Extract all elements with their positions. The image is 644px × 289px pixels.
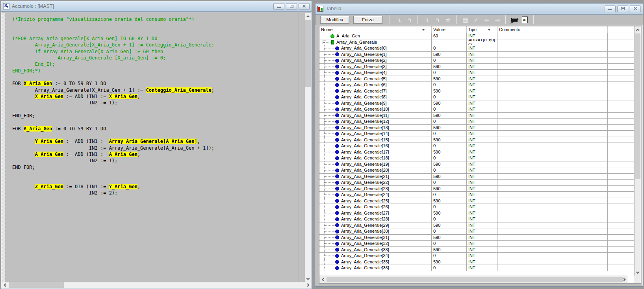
table-row[interactable]: Array_Aria_Generale[25]590INT <box>319 198 634 204</box>
comment-cell[interactable] <box>497 210 608 216</box>
comment-cell[interactable] <box>497 52 608 57</box>
comment-cell[interactable] <box>497 143 608 149</box>
value-cell[interactable]: 590 <box>432 210 467 216</box>
force-to-0-icon[interactable]: ↴ <box>394 15 403 24</box>
comment-cell[interactable] <box>497 45 608 51</box>
table-row[interactable]: Array_Aria_Generale[19]590INT <box>319 161 634 168</box>
value-cell[interactable]: 590 <box>432 259 467 265</box>
value-cell[interactable]: 0 <box>432 94 467 100</box>
comment-cell[interactable] <box>497 161 608 167</box>
table-row[interactable]: Array_Aria_Generale[31]590INT <box>319 235 634 241</box>
comment-cell[interactable] <box>497 149 608 155</box>
value-cell[interactable]: 590 <box>432 222 467 228</box>
scroll-left-button[interactable] <box>319 276 326 283</box>
comment-cell[interactable] <box>497 39 608 45</box>
set-to-1-icon[interactable]: ↰ <box>432 15 442 24</box>
table-row[interactable]: Array_Aria_Generale[22]0INT <box>319 180 634 186</box>
table-row[interactable]: Array_Aria_Generale[35]590INT <box>319 259 634 265</box>
table-row[interactable]: Array_Aria_Generale[21]590INT <box>319 174 634 180</box>
vertical-scroll-thumb[interactable] <box>635 33 640 179</box>
value-cell[interactable]: 0 <box>432 253 467 259</box>
table-vertical-scrollbar[interactable] <box>634 26 641 276</box>
comment-cell[interactable] <box>497 192 608 198</box>
editor-vertical-scrollbar[interactable] <box>305 13 311 282</box>
goto-last-icon[interactable]: ⇥ <box>492 15 501 24</box>
table-row[interactable]: Array_Aria_Generale[23]590INT <box>319 186 634 192</box>
comment-cell[interactable] <box>497 265 608 271</box>
vertical-scroll-thumb[interactable] <box>305 20 311 87</box>
table-row[interactable]: Array_Aria_Generale[34]0INT <box>319 253 634 259</box>
table-row[interactable]: Array_Aria_Generale[10]0INT <box>319 106 634 113</box>
value-cell[interactable]: 0 <box>432 216 467 222</box>
value-cell[interactable]: 0 <box>432 57 467 63</box>
table-row[interactable]: Array_Aria_Generale[29]590INT <box>319 222 634 229</box>
value-cell[interactable]: 590 <box>432 52 467 57</box>
table-row[interactable]: Array_Aria_Generale[30]0INT <box>319 228 634 235</box>
table-row[interactable]: Array_Aria_Generale[6]0INT <box>319 82 634 88</box>
value-cell[interactable]: 590 <box>432 64 467 70</box>
table-row[interactable]: A_Aria_Gen60INT <box>319 33 634 39</box>
table-row[interactable]: Array_Aria_GeneraleARRAY[0..60] O... <box>319 39 634 46</box>
comment-cell[interactable] <box>497 113 608 119</box>
value-cell[interactable]: 0 <box>432 155 467 161</box>
comment-cell[interactable] <box>497 125 608 131</box>
comment-cell[interactable] <box>497 155 608 161</box>
horizontal-scroll-thumb[interactable] <box>9 282 64 288</box>
comment-cell[interactable] <box>497 186 608 192</box>
table-row[interactable]: Array_Aria_Generale[2]0INT <box>319 57 634 64</box>
table-row[interactable]: Array_Aria_Generale[18]0INT <box>319 155 634 161</box>
value-cell[interactable]: 60 <box>432 33 467 39</box>
column-header-commento[interactable]: Commento <box>497 26 608 33</box>
editor-window-titlebar[interactable]: ST Accumolo : [MAST] ✕ <box>1 1 312 12</box>
value-cell[interactable]: 590 <box>432 198 467 204</box>
value-cell[interactable]: 590 <box>432 125 467 131</box>
column-header-nome[interactable]: Nome <box>319 26 432 33</box>
display-mode-icon[interactable] <box>510 15 519 24</box>
column-header-tipo[interactable]: Tipo <box>467 26 497 33</box>
table-row[interactable]: Array_Aria_Generale[1]590INT <box>319 52 634 58</box>
scroll-up-button[interactable] <box>635 26 641 33</box>
table-row[interactable]: Array_Aria_Generale[20]0INT <box>319 167 634 174</box>
maximize-button[interactable] <box>617 6 628 12</box>
value-cell[interactable]: 590 <box>432 137 467 143</box>
value-cell[interactable]: 0 <box>432 82 467 88</box>
table-row[interactable]: Array_Aria_Generale[36]0INT <box>319 265 634 271</box>
comment-cell[interactable] <box>497 204 608 210</box>
minimize-button[interactable] <box>273 3 284 10</box>
table-row[interactable]: Array_Aria_Generale[3]590INT <box>319 64 634 70</box>
comment-cell[interactable] <box>497 198 608 204</box>
table-row[interactable]: Array_Aria_Generale[12]0INT <box>319 119 634 125</box>
maximize-button[interactable] <box>286 3 297 10</box>
comment-cell[interactable] <box>497 106 608 112</box>
comment-cell[interactable] <box>497 216 608 222</box>
value-cell[interactable]: 0 <box>432 241 467 246</box>
value-cell[interactable]: 0 <box>432 70 467 76</box>
table-row[interactable]: Array_Aria_Generale[9]590INT <box>319 100 634 107</box>
comment-cell[interactable] <box>497 259 608 265</box>
comment-cell[interactable] <box>497 64 608 70</box>
value-cell[interactable]: 0 <box>432 45 467 51</box>
minimize-button[interactable] <box>605 6 616 12</box>
value-cell[interactable]: 0 <box>432 204 467 210</box>
table-row[interactable]: Array_Aria_Generale[0]0INT <box>319 45 634 52</box>
value-cell[interactable]: 590 <box>432 149 467 155</box>
toggle-value-icon[interactable]: ⇄ <box>443 15 452 24</box>
value-cell[interactable]: 590 <box>432 186 467 192</box>
value-cell[interactable]: 0 <box>432 228 467 234</box>
table-window-titlebar[interactable]: Tabella ✕ <box>316 4 643 15</box>
table-row[interactable]: Array_Aria_Generale[15]590INT <box>319 137 634 143</box>
table-row[interactable]: Array_Aria_Generale[24]0INT <box>319 192 634 198</box>
value-cell[interactable]: 590 <box>432 161 467 167</box>
scroll-left-button[interactable] <box>2 282 8 288</box>
horizontal-scroll-thumb[interactable] <box>327 277 623 282</box>
table-row[interactable]: Array_Aria_Generale[11]590INT <box>319 113 634 119</box>
close-button[interactable]: ✕ <box>630 6 641 12</box>
table-row[interactable]: Array_Aria_Generale[16]0INT <box>319 143 634 149</box>
comment-cell[interactable] <box>497 94 608 100</box>
value-cell[interactable]: 0 <box>432 143 467 149</box>
value-cell[interactable]: 590 <box>432 174 467 180</box>
scroll-down-button[interactable] <box>305 276 311 282</box>
comment-cell[interactable] <box>497 119 608 124</box>
table-row[interactable]: Array_Aria_Generale[14]0INT <box>319 131 634 137</box>
table-row[interactable]: Array_Aria_Generale[7]590INT <box>319 88 634 94</box>
